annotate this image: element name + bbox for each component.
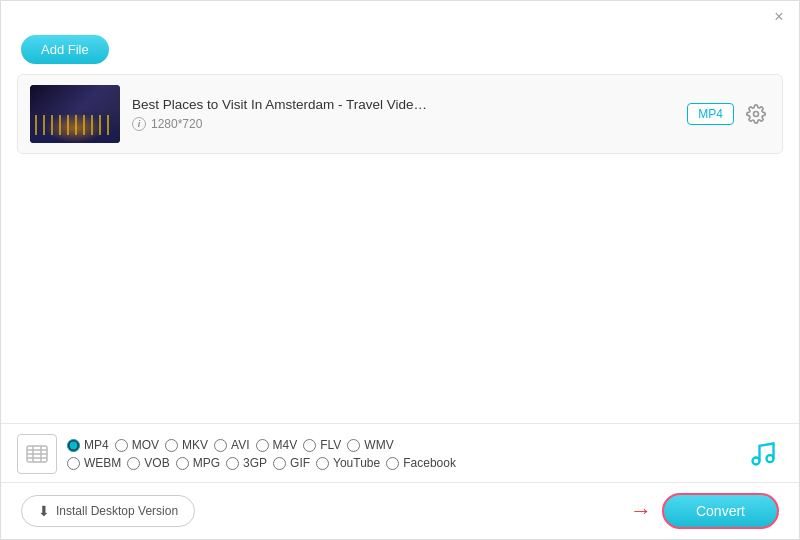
file-item: Best Places to Visit In Amsterdam - Trav…: [18, 75, 782, 153]
convert-button[interactable]: Convert: [662, 493, 779, 529]
bottom-panel: MP4 MOV MKV AVI M4V FLV WM: [1, 423, 799, 539]
format-options-container: MP4 MOV MKV AVI M4V FLV WM: [67, 438, 733, 470]
format-3gp[interactable]: 3GP: [226, 456, 267, 470]
format-webm[interactable]: WEBM: [67, 456, 121, 470]
download-icon: ⬇: [38, 503, 50, 519]
format-row-2: WEBM VOB MPG 3GP GIF YouTube: [67, 456, 733, 470]
format-flv[interactable]: FLV: [303, 438, 341, 452]
format-vob[interactable]: VOB: [127, 456, 169, 470]
settings-button[interactable]: [742, 100, 770, 128]
format-bar: MP4 MOV MKV AVI M4V FLV WM: [1, 423, 799, 482]
format-mpg[interactable]: MPG: [176, 456, 220, 470]
file-title: Best Places to Visit In Amsterdam - Trav…: [132, 97, 675, 112]
convert-area: → Convert: [630, 493, 779, 529]
install-label: Install Desktop Version: [56, 504, 178, 518]
title-bar: ×: [1, 1, 799, 29]
format-youtube[interactable]: YouTube: [316, 456, 380, 470]
format-mkv[interactable]: MKV: [165, 438, 208, 452]
video-format-icon: [17, 434, 57, 474]
format-gif[interactable]: GIF: [273, 456, 310, 470]
format-mp4[interactable]: MP4: [67, 438, 109, 452]
arrow-icon: →: [630, 498, 652, 524]
file-resolution: 1280*720: [151, 117, 202, 131]
file-info: Best Places to Visit In Amsterdam - Trav…: [132, 97, 675, 131]
close-button[interactable]: ×: [771, 9, 787, 25]
top-bar: Add File: [1, 29, 799, 74]
format-avi[interactable]: AVI: [214, 438, 249, 452]
install-desktop-button[interactable]: ⬇ Install Desktop Version: [21, 495, 195, 527]
file-list: Best Places to Visit In Amsterdam - Trav…: [17, 74, 783, 154]
format-wmv[interactable]: WMV: [347, 438, 393, 452]
info-icon: i: [132, 117, 146, 131]
format-mov[interactable]: MOV: [115, 438, 159, 452]
audio-format-icon[interactable]: [743, 434, 783, 474]
svg-point-7: [753, 458, 760, 465]
format-facebook[interactable]: Facebook: [386, 456, 456, 470]
svg-point-8: [767, 455, 774, 462]
file-actions: MP4: [687, 100, 770, 128]
format-m4v[interactable]: M4V: [256, 438, 298, 452]
file-thumbnail: [30, 85, 120, 143]
format-badge[interactable]: MP4: [687, 103, 734, 125]
svg-point-0: [754, 112, 759, 117]
add-file-button[interactable]: Add File: [21, 35, 109, 64]
action-bar: ⬇ Install Desktop Version → Convert: [1, 482, 799, 539]
format-row-1: MP4 MOV MKV AVI M4V FLV WM: [67, 438, 733, 452]
file-meta: i 1280*720: [132, 117, 675, 131]
